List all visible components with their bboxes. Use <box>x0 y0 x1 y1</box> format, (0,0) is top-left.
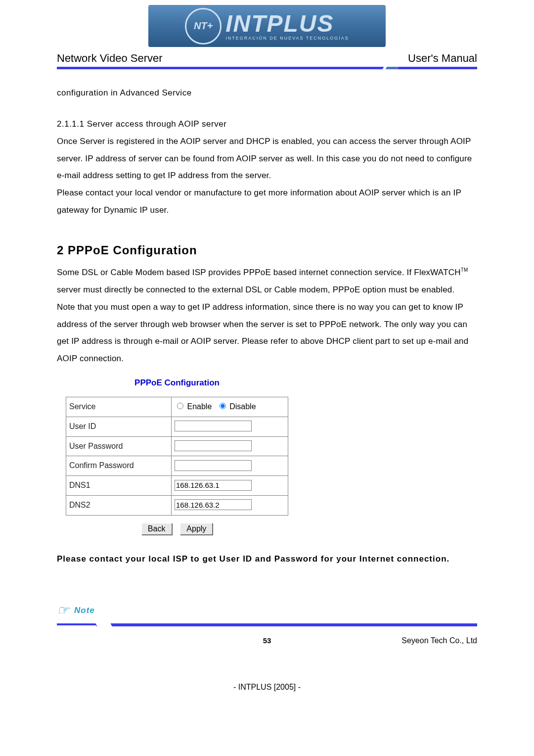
radio-disable-label: Disable <box>229 402 256 411</box>
config-table: Service Enable Disable User ID <box>66 397 288 516</box>
paragraph-aoip-access: Once Server is registered in the AOIP se… <box>57 133 477 185</box>
radio-enable-label: Enable <box>187 402 212 411</box>
subheading-2111: 2.1.1.1 Server access through AOIP serve… <box>57 116 477 133</box>
paragraph-pppoe-note: Note that you must open a way to get IP … <box>57 299 477 368</box>
brand-name: INTPLUS <box>225 12 334 36</box>
paragraph-pppoe-intro: Some DSL or Cable Modem based ISP provid… <box>57 264 477 299</box>
label-confirm-password: Confirm Password <box>66 456 172 476</box>
dns1-input[interactable] <box>175 480 252 491</box>
apply-button[interactable]: Apply <box>180 523 213 535</box>
pppoe-intro-b: server must directly be connected to the… <box>57 285 454 294</box>
doc-title-right: User's Manual <box>408 52 477 65</box>
user-password-input[interactable] <box>175 440 252 451</box>
brand-text-wrap: INTPLUS INTEGRACIÓN DE NUEVAS TECNOLOGÍA… <box>225 12 349 41</box>
paragraph-aoip-contact: Please contact your local vendor or manu… <box>57 185 477 219</box>
row-user-id: User ID <box>66 417 288 436</box>
imprint: - INTPLUS [2005] - <box>0 683 534 692</box>
cell-service-radios: Enable Disable <box>172 397 288 417</box>
content: configuration in Advanced Service 2.1.1.… <box>57 85 477 567</box>
label-dns2: DNS2 <box>66 495 172 515</box>
note-row: ☞ Note <box>57 602 477 618</box>
header-row: Network Video Server User's Manual <box>57 52 477 65</box>
radio-enable-wrap[interactable]: Enable <box>175 402 214 411</box>
row-service: Service Enable Disable <box>66 397 288 417</box>
doc-title-left: Network Video Server <box>57 52 163 65</box>
dns2-input[interactable] <box>175 499 252 510</box>
contact-isp-note: Please contact your local ISP to get Use… <box>57 551 477 568</box>
label-service: Service <box>66 397 172 417</box>
row-dns1: DNS1 <box>66 476 288 496</box>
row-confirm-password: Confirm Password <box>66 456 288 476</box>
radio-disable-wrap[interactable]: Disable <box>217 402 256 411</box>
user-id-input[interactable] <box>175 421 252 431</box>
note-label: Note <box>74 606 95 615</box>
label-user-id: User ID <box>66 417 172 436</box>
confirm-password-input[interactable] <box>175 460 252 471</box>
page-number: 53 <box>57 636 477 645</box>
footer-row: 53 Seyeon Tech Co., Ltd <box>57 636 477 647</box>
pppoe-intro-a: Some DSL or Cable Modem based ISP provid… <box>57 268 461 277</box>
trademark-superscript: TM <box>461 267 468 273</box>
pointing-hand-icon: ☞ <box>57 602 69 618</box>
header-divider <box>57 67 477 71</box>
form-title: PPPoE Configuration <box>66 375 288 392</box>
label-dns1: DNS1 <box>66 476 172 496</box>
section-title-pppoe: 2 PPPoE Configuration <box>57 238 477 262</box>
page: NT+ INTPLUS INTEGRACIÓN DE NUEVAS TECNOL… <box>0 5 534 756</box>
footer-divider <box>57 623 477 628</box>
row-user-password: User Password <box>66 436 288 456</box>
label-user-password: User Password <box>66 436 172 456</box>
row-dns2: DNS2 <box>66 495 288 515</box>
service-disable-radio[interactable] <box>220 403 226 409</box>
pppoe-config-form: PPPoE Configuration Service Enable Disab… <box>66 375 288 537</box>
service-enable-radio[interactable] <box>177 403 183 409</box>
brand-tagline: INTEGRACIÓN DE NUEVAS TECNOLOGÍAS <box>225 36 349 41</box>
brand-medallion-icon: NT+ <box>185 8 222 45</box>
config-line: configuration in Advanced Service <box>57 85 477 102</box>
back-button[interactable]: Back <box>141 523 172 535</box>
brand-logo-banner: NT+ INTPLUS INTEGRACIÓN DE NUEVAS TECNOL… <box>148 5 386 47</box>
form-button-row: Back Apply <box>66 520 288 538</box>
